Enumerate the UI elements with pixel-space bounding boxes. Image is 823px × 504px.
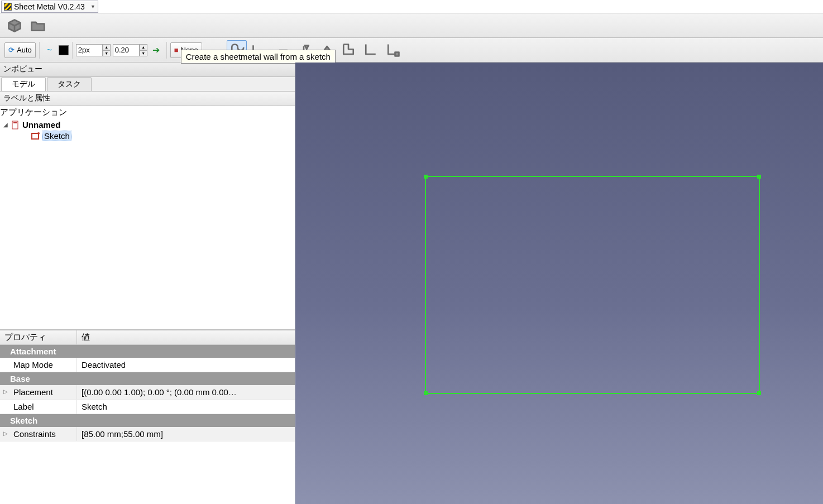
spin-down[interactable]: ▼ [103,50,111,56]
auto-label: Auto [17,46,32,54]
prop-constraints[interactable]: ▷Constraints [85.00 mm;55.00 mm] [0,427,295,441]
col-value: 値 [77,330,94,344]
opacity-spinner[interactable]: ▲▼ [113,44,147,56]
sm-relief-button[interactable] [361,40,381,60]
prop-placement[interactable]: ▷Placement [(0.00 0.00 1.00); 0.00 °; (0… [0,385,295,400]
face-color-swatch[interactable] [59,45,69,55]
apply-style-button[interactable]: ➔ [150,44,163,57]
expander-icon[interactable]: ▷ [3,388,8,395]
line-color-picker[interactable]: ~ [43,44,56,57]
prop-key: ▷Constraints [0,427,77,441]
property-panel: プロパティ 値 Attachment Map Mode Deactivated … [0,329,295,504]
spin-up[interactable]: ▲ [103,44,111,50]
prop-key: Label [0,400,77,414]
sketch-label: Sketch [42,131,71,141]
prop-val: [85.00 mm;55.00 mm] [77,427,295,441]
doc-label: Unnamed [22,120,60,129]
group-attachment: Attachment [0,345,295,358]
auto-button[interactable]: ⟳ Auto [4,42,36,58]
separator [166,42,167,59]
expander-icon[interactable]: ◢ [3,122,9,128]
tree-sketch[interactable]: Sketch [0,131,295,141]
property-header: プロパティ 値 [0,330,295,345]
spin-down[interactable]: ▼ [140,50,147,56]
prop-key: ▷Placement [0,385,77,399]
prop-label[interactable]: Label Sketch [0,400,295,414]
svg-rect-1 [395,52,399,56]
open-button[interactable] [28,16,48,36]
tab-task[interactable]: タスク [47,77,92,91]
tree-header: ラベルと属性 [0,92,295,106]
sketch-icon [31,132,40,141]
app-label: アプリケーション [0,107,67,118]
chevron-down-icon: ▼ [90,4,95,9]
sheetmetal-workbench-icon [4,3,12,11]
workbench-label: Sheet Metal V0.2.43 [14,2,85,11]
vertex-handle[interactable] [757,391,761,395]
3d-viewport[interactable] [295,63,823,504]
workbench-selector[interactable]: Sheet Metal V0.2.43 ▼ [1,1,98,13]
vertex-handle[interactable] [424,175,428,179]
svg-point-5 [37,132,40,135]
expander-icon[interactable]: ▷ [3,430,8,436]
group-sketch: Sketch [0,414,295,427]
opacity-input[interactable] [113,44,140,56]
svg-rect-4 [32,133,39,139]
tree-app-root[interactable]: アプリケーション [0,106,295,119]
prop-key: Map Mode [0,358,77,372]
folder-none-icon: ■ [174,46,179,54]
line-width-spinner[interactable]: ▲▼ [76,44,111,56]
group-base: Base [0,372,295,385]
separator [72,42,73,59]
prop-val: Sketch [77,400,295,414]
tree: アプリケーション ◢ Unnamed Sketch [0,106,295,329]
col-property: プロパティ [0,330,77,344]
spin-up[interactable]: ▲ [140,44,147,50]
workbench-bar: Sheet Metal V0.2.43 ▼ [0,0,823,13]
sketch-rectangle[interactable] [425,176,760,394]
document-icon [11,121,20,129]
prop-map-mode[interactable]: Map Mode Deactivated [0,358,295,372]
draft-toolbar: ⟳ Auto ~ ▲▼ ▲▼ ➔ ■ None Create a sheetme… [0,38,823,63]
line-width-input[interactable] [76,44,103,56]
main-area: ンボビュー モデル タスク ラベルと属性 アプリケーション ◢ Unnamed [0,63,823,504]
new-part-button[interactable] [4,16,25,36]
file-toolbar [0,13,823,38]
svg-rect-3 [13,122,17,123]
separator [39,42,40,59]
vertex-handle[interactable] [424,391,428,395]
prop-val: Deactivated [77,358,295,372]
sm-junction-button[interactable] [383,40,403,60]
combo-tabs: モデル タスク [0,77,295,92]
tooltip: Create a sheetmetal wall from a sketch [181,50,336,64]
combo-view: ンボビュー モデル タスク ラベルと属性 アプリケーション ◢ Unnamed [0,63,295,504]
vertex-handle[interactable] [757,175,761,179]
sm-corner-relief-button[interactable] [338,40,358,60]
prop-val: [(0.00 0.00 1.00); 0.00 °; (0.00 mm 0.00… [77,385,295,399]
combo-title: ンボビュー [0,63,295,77]
tab-model[interactable]: モデル [1,77,46,91]
tree-doc[interactable]: ◢ Unnamed [0,120,295,129]
auto-icon: ⟳ [8,46,15,54]
